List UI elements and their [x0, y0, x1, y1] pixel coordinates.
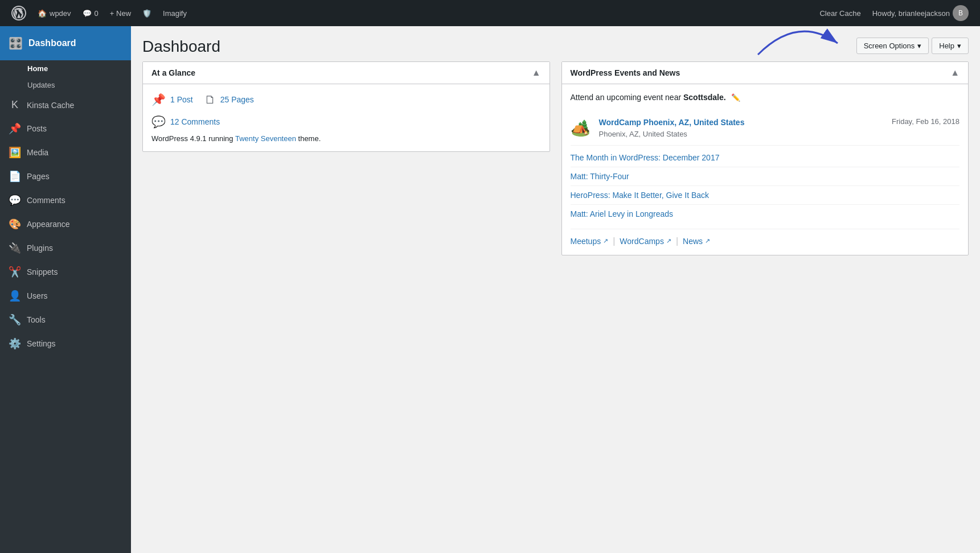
plugins-icon: 🔌: [9, 242, 21, 254]
pin-icon: 📌: [151, 93, 166, 106]
meetups-external-icon: ↗: [603, 237, 608, 245]
sidebar-dashboard-label: Dashboard: [28, 38, 76, 48]
event-info: WordCamp Phoenix, AZ, United States Phoe…: [599, 117, 884, 138]
wp-logo-btn[interactable]: [6, 0, 32, 26]
wordcamps-label: WordCamps: [620, 237, 664, 246]
posts-label: Posts: [27, 124, 47, 133]
widgets-area: At a Glance ▲ 📌 1 Post 🗋 25 Pages: [142, 61, 969, 542]
screen-options-label: Screen Options: [864, 42, 915, 50]
wordcamps-link[interactable]: WordCamps ↗: [620, 237, 671, 246]
wp-events-toggle[interactable]: ▲: [950, 68, 960, 78]
comments-btn[interactable]: 💬 0: [77, 0, 104, 26]
snippets-icon: ✂️: [9, 266, 21, 278]
settings-label: Settings: [27, 339, 56, 348]
chevron-down-icon: ▾: [917, 42, 921, 50]
wp-footer-links: Meetups ↗ | WordCamps ↗ | News ↗: [571, 229, 960, 246]
new-label: + New: [110, 9, 131, 18]
event-wordcamp-icon: 🏕️: [571, 118, 591, 137]
post-count-link[interactable]: 1 Post: [170, 95, 193, 104]
post-stat[interactable]: 📌 1 Post: [151, 93, 193, 106]
screen-options-btn[interactable]: Screen Options ▾: [856, 38, 929, 54]
comment-glance-icon: 💬: [151, 115, 166, 129]
sidebar-item-comments[interactable]: 💬 Comments: [0, 188, 131, 212]
right-column: WordPress Events and News ▲ Attend an up…: [561, 61, 969, 542]
theme-link[interactable]: Twenty Seventeen: [235, 134, 296, 143]
attend-label: Attend an upcoming event near: [571, 93, 682, 102]
sidebar-item-users[interactable]: 👤 Users: [0, 284, 131, 308]
admin-bar: 🏠 wpdev 💬 0 + New 🛡️ Imagify Clear Cache…: [0, 0, 980, 26]
sidebar-item-appearance[interactable]: 🎨 Appearance: [0, 212, 131, 236]
edit-location-icon[interactable]: ✏️: [731, 93, 740, 102]
page-title: Dashboard: [142, 38, 220, 56]
help-btn[interactable]: Help ▾: [932, 38, 969, 54]
site-name-btn[interactable]: 🏠 wpdev: [32, 0, 77, 26]
left-column: At a Glance ▲ 📌 1 Post 🗋 25 Pages: [142, 61, 550, 542]
chevron-down-icon-help: ▾: [957, 42, 961, 50]
sidebar-item-media[interactable]: 🖼️ Media: [0, 141, 131, 164]
sidebar-item-settings[interactable]: ⚙️ Settings: [0, 332, 131, 356]
comments-count-link[interactable]: 12 Comments: [170, 117, 220, 126]
plugins-label: Plugins: [27, 244, 53, 253]
meetups-label: Meetups: [571, 237, 601, 246]
new-content-btn[interactable]: + New: [104, 0, 137, 26]
comments-stat[interactable]: 💬 12 Comments: [151, 115, 541, 129]
tools-icon: 🔧: [9, 313, 21, 326]
updates-label: Updates: [27, 81, 55, 89]
kinsta-cache-label: Kinsta Cache: [27, 101, 74, 110]
media-icon: 🖼️: [9, 146, 21, 159]
wp-version-label: WordPress 4.9.1 running: [151, 134, 233, 143]
news-link-3[interactable]: Matt: Ariel Levy in Longreads: [571, 205, 960, 223]
at-a-glance-toggle[interactable]: ▲: [532, 68, 541, 78]
content-top: Dashboard Screen Options: [142, 38, 969, 56]
plugin-shield-btn[interactable]: 🛡️: [137, 0, 157, 26]
content-area: Dashboard Screen Options: [131, 26, 980, 553]
news-link-footer[interactable]: News ↗: [683, 237, 710, 246]
imagify-btn[interactable]: Imagify: [157, 0, 192, 26]
comments-icon: 💬: [9, 194, 21, 207]
home-label: Home: [27, 64, 48, 73]
sidebar-item-plugins[interactable]: 🔌 Plugins: [0, 236, 131, 260]
sidebar-item-pages[interactable]: 📄 Pages: [0, 164, 131, 188]
sidebar-header: 🎛️ Dashboard: [0, 26, 131, 60]
main-layout: 🎛️ Dashboard Home Updates K Kinsta Cache…: [0, 26, 980, 553]
tools-label: Tools: [27, 315, 46, 324]
news-footer-label: News: [683, 237, 703, 246]
news-link-1[interactable]: Matt: Thirty-Four: [571, 167, 960, 186]
pages-stat[interactable]: 🗋 25 Pages: [204, 93, 254, 106]
news-link-2[interactable]: HeroPress: Make It Better, Give It Back: [571, 186, 960, 205]
pages-count-link[interactable]: 25 Pages: [220, 95, 254, 104]
admin-bar-right: Clear Cache Howdy, brianleejackson B: [814, 5, 974, 21]
glance-stats: 📌 1 Post 🗋 25 Pages: [151, 93, 541, 106]
users-icon: 👤: [9, 290, 21, 302]
attend-text: Attend an upcoming event near Scottsdale…: [571, 93, 960, 102]
wp-events-header: WordPress Events and News ▲: [562, 62, 969, 84]
sidebar-item-kinsta-cache[interactable]: K Kinsta Cache: [0, 93, 131, 117]
sidebar-item-snippets[interactable]: ✂️ Snippets: [0, 260, 131, 284]
clear-cache-btn[interactable]: Clear Cache: [814, 9, 866, 18]
settings-icon: ⚙️: [9, 337, 21, 350]
sidebar-item-tools[interactable]: 🔧 Tools: [0, 308, 131, 332]
wp-events-body: Attend an upcoming event near Scottsdale…: [562, 84, 969, 255]
media-label: Media: [27, 148, 48, 157]
news-link-0[interactable]: The Month in WordPress: December 2017: [571, 148, 960, 167]
at-a-glance-body: 📌 1 Post 🗋 25 Pages 💬 12 Commen: [143, 84, 550, 151]
sidebar-item-home[interactable]: Home: [0, 60, 131, 77]
comments-label: Comments: [27, 196, 65, 205]
meetups-link[interactable]: Meetups ↗: [571, 237, 609, 246]
wp-events-widget: WordPress Events and News ▲ Attend an up…: [561, 61, 969, 255]
sidebar-item-updates[interactable]: Updates: [0, 77, 131, 93]
howdy-label: Howdy, brianleejackson: [872, 9, 950, 18]
appearance-icon: 🎨: [9, 218, 21, 230]
sep-2: |: [676, 236, 678, 246]
sep-1: |: [613, 236, 615, 246]
arrow-svg: [752, 26, 843, 60]
snippets-label: Snippets: [27, 267, 58, 276]
event-date: Friday, Feb 16, 2018: [892, 117, 960, 126]
imagify-label: Imagify: [163, 9, 187, 18]
howdy-btn[interactable]: Howdy, brianleejackson B: [867, 5, 974, 21]
sidebar-item-posts[interactable]: 📌 Posts: [0, 117, 131, 141]
at-a-glance-header: At a Glance ▲: [143, 62, 550, 84]
users-label: Users: [27, 291, 48, 300]
screen-options-bar: Screen Options ▾ Help ▾: [854, 38, 969, 54]
event-title-link[interactable]: WordCamp Phoenix, AZ, United States: [599, 118, 745, 127]
